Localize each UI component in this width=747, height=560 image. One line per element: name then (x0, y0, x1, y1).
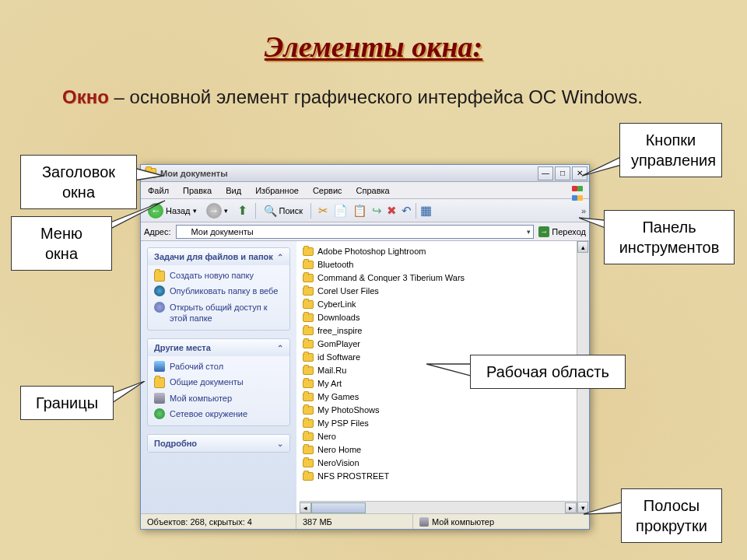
folder-icon (303, 340, 314, 348)
list-item[interactable]: My PhotoShows (300, 403, 577, 416)
list-item[interactable]: CyberLink (300, 297, 577, 310)
list-item[interactable]: Nero (300, 429, 577, 443)
search-button[interactable]: 🔍 Поиск (260, 203, 307, 219)
callout-controls: Кнопки управления (619, 123, 722, 177)
toolbar: ← Назад ▾ → ▾ ⬆ 🔍 Поиск ✂ 📄 📋 ↪ ✖ ↶ ▦ » (141, 199, 589, 222)
chevron-down-icon: ⌄ (277, 439, 283, 448)
places-header[interactable]: Другие места ⌃ (148, 339, 289, 356)
computer-icon (419, 517, 429, 527)
details-header[interactable]: Подробно ⌄ (148, 435, 289, 452)
address-bar: Адрес: Мои документы ▾ → Переход (141, 222, 589, 241)
task-new-folder[interactable]: Создать новую папку (154, 270, 283, 281)
menu-edit[interactable]: Правка (176, 184, 219, 198)
delete-icon[interactable]: ✖ (387, 204, 397, 218)
window-title: Мои документы (160, 169, 534, 178)
folder-icon (303, 393, 314, 401)
svg-marker-6 (584, 502, 624, 514)
menubar: Файл Правка Вид Избранное Сервис Справка (141, 182, 589, 199)
callout-menu: Меню окна (11, 216, 112, 271)
folder-icon (154, 377, 165, 388)
folder-icon (303, 432, 314, 441)
svg-marker-5 (426, 364, 473, 376)
folder-icon (303, 287, 314, 296)
place-shared-docs[interactable]: Общие документы (154, 376, 283, 387)
search-icon: 🔍 (264, 205, 277, 217)
statusbar: Объектов: 268, скрытых: 4 387 МБ Мой ком… (141, 513, 589, 529)
computer-icon (154, 393, 165, 404)
list-item[interactable]: Command & Conquer 3 Tiberium Wars (300, 271, 577, 284)
folder-icon (303, 274, 314, 282)
horizontal-scrollbar[interactable]: ◂ ▸ (300, 501, 577, 513)
place-desktop[interactable]: Рабочий стол (154, 361, 283, 372)
explorer-window: Мои документы — □ ✕ Файл Правка Вид Избр… (140, 164, 590, 530)
scroll-left-icon[interactable]: ◂ (300, 502, 311, 513)
list-item[interactable]: My Games (300, 390, 577, 403)
task-publish-web[interactable]: Опубликовать папку в вебе (154, 285, 283, 296)
address-input[interactable]: Мои документы ▾ (176, 225, 535, 239)
folder-icon (303, 446, 314, 454)
menu-favorites[interactable]: Избранное (248, 184, 306, 198)
list-item[interactable]: Bluetooth (300, 257, 577, 271)
cut-icon[interactable]: ✂ (318, 204, 328, 218)
windows-logo-icon (572, 184, 586, 196)
task-share[interactable]: Открыть общий доступ к этой папке (154, 302, 283, 324)
forward-button[interactable]: → ▾ (202, 201, 232, 220)
folder-icon (303, 261, 314, 269)
svg-marker-2 (112, 381, 145, 403)
titlebar[interactable]: Мои документы — □ ✕ (141, 165, 589, 182)
minimize-button[interactable]: — (538, 166, 553, 180)
folder-icon (303, 406, 314, 415)
folder-icon (303, 459, 314, 467)
status-location: Мой компьютер (413, 514, 589, 529)
network-icon (154, 408, 165, 419)
undo-icon[interactable]: ↶ (402, 204, 412, 218)
list-item[interactable]: free_inspire (300, 324, 577, 337)
list-item[interactable]: Nero Home (300, 443, 577, 456)
scroll-thumb[interactable] (311, 502, 366, 513)
folder-icon (303, 472, 314, 481)
up-icon: ⬆ (237, 203, 247, 218)
list-item[interactable]: Adobe Photoshop Lightroom (300, 244, 577, 257)
tasks-box-details: Подробно ⌄ (147, 434, 290, 453)
place-network[interactable]: Сетевое окружение (154, 408, 283, 419)
desktop-icon (154, 361, 165, 372)
list-item[interactable]: Downloads (300, 310, 577, 324)
paste-icon[interactable]: 📋 (352, 204, 367, 218)
intro-text: Окно – основной элемент графического инт… (62, 84, 716, 110)
list-item[interactable]: NFS PROSTREET (300, 469, 577, 482)
folder-icon (303, 327, 314, 335)
scroll-up-icon[interactable]: ▴ (577, 241, 588, 253)
forward-arrow-icon: → (206, 203, 222, 219)
folder-icon (303, 366, 314, 375)
menu-view[interactable]: Вид (219, 184, 248, 198)
svg-marker-0 (134, 168, 163, 180)
callout-borders: Границы (20, 386, 114, 420)
status-size: 387 МБ (296, 514, 413, 529)
list-item[interactable]: Corel User Files (300, 284, 577, 297)
menu-tools[interactable]: Сервис (306, 184, 349, 198)
tasks-header[interactable]: Задачи для файлов и папок ⌃ (148, 248, 289, 265)
list-item[interactable]: My PSP Files (300, 416, 577, 429)
copy-icon[interactable]: 📄 (333, 204, 348, 218)
folder-icon (303, 353, 314, 362)
list-item[interactable]: NeroVision (300, 456, 577, 469)
dropdown-icon[interactable]: ▾ (527, 228, 531, 236)
views-icon[interactable]: ▦ (420, 203, 432, 218)
folder-icon (303, 419, 314, 428)
folder-icon (179, 228, 188, 236)
status-objects: Объектов: 268, скрытых: 4 (141, 514, 296, 529)
callout-toolbar: Панель инструментов (604, 210, 735, 264)
list-item[interactable]: GomPlayer (300, 337, 577, 350)
move-icon[interactable]: ↪ (372, 204, 382, 218)
menu-help[interactable]: Справка (349, 184, 397, 198)
intro-rest: – основной элемент графического интерфей… (109, 86, 643, 107)
folder-icon (303, 380, 314, 388)
up-button[interactable]: ⬆ (233, 201, 251, 219)
maximize-button[interactable]: □ (555, 166, 570, 180)
folder-icon (303, 300, 314, 309)
chevron-up-icon: ⌃ (277, 253, 283, 261)
folder-icon (154, 271, 165, 282)
scroll-right-icon[interactable]: ▸ (565, 502, 577, 513)
callout-window-title: Заголовок окна (20, 155, 137, 209)
place-my-computer[interactable]: Мой компьютер (154, 393, 283, 404)
